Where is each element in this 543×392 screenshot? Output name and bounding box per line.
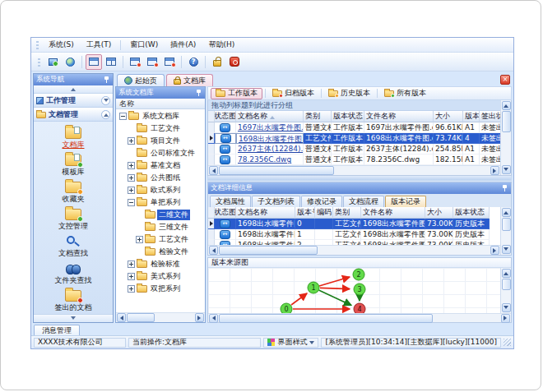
tree-node[interactable]: 工艺文件 [116, 233, 205, 246]
nav-item-favorites[interactable]: 收藏夹 [63, 182, 85, 205]
expand-expander[interactable] [128, 285, 135, 293]
table-row-selected[interactable]: ↔ 1698出水嘴零件图.dwg 工艺文件 工作版本 1698出水嘴零件图.dw… [208, 133, 500, 144]
tree-node[interactable]: 公司标准文件 [116, 147, 205, 159]
tree-node[interactable]: 双把系列 [116, 283, 205, 295]
tree-node[interactable]: 美式系列 [116, 270, 205, 283]
tree-node[interactable]: 检验文件 [116, 246, 205, 258]
menu-tools[interactable]: 工具(T) [81, 39, 118, 51]
tab-doc-flow[interactable]: 文档流程 [343, 196, 384, 207]
tab-document-library[interactable]: 文档库 [166, 74, 213, 86]
horizontal-splitter[interactable] [207, 176, 512, 181]
column-header[interactable]: 版本号 [463, 111, 480, 122]
version-graph-canvas[interactable]: 0 1 2 3 4 [208, 268, 500, 313]
collapse-expander[interactable] [119, 113, 127, 120]
nav-item-doc-control[interactable]: 文控管理 [58, 209, 88, 232]
expand-expander[interactable] [128, 187, 135, 194]
column-header[interactable]: 状态图 [215, 207, 236, 219]
tree-node[interactable]: 基准文档 [116, 159, 205, 172]
expand-expander[interactable] [128, 261, 135, 268]
scroll-left-button[interactable] [209, 166, 218, 175]
nav-group-work[interactable]: 工作管理 [34, 94, 113, 108]
interface-style-button[interactable]: 界面样式 [263, 338, 318, 348]
table-row[interactable]: ↔ 1698出水嘴零件图.dwg 1 工艺文件 1698出水嘴零件图.dwg 7… [208, 229, 500, 240]
tree-column-header[interactable]: 名称 [116, 99, 205, 109]
column-header[interactable]: 大小 [434, 111, 463, 122]
close-window-button[interactable] [127, 54, 143, 70]
close-tab-button[interactable]: × [500, 75, 510, 85]
scroll-up-button[interactable] [502, 269, 511, 278]
group-by-bar[interactable]: 拖动列标题到此进行分组 [208, 100, 500, 111]
tile-windows-button[interactable] [103, 54, 119, 70]
tab-subdoc-list[interactable]: 子文档列表 [252, 196, 300, 207]
tree-node[interactable]: 系统文档库 [116, 110, 205, 122]
scroll-thumb[interactable] [219, 246, 318, 255]
close-others-button[interactable] [161, 54, 178, 70]
scroll-thumb[interactable] [127, 313, 155, 322]
tab-version-record[interactable]: 版本记录 [385, 196, 426, 207]
scroll-thumb[interactable] [219, 314, 433, 323]
nav-group-document[interactable]: 文档管理 [34, 108, 113, 122]
expand-button[interactable] [101, 96, 110, 105]
message-management-tab[interactable]: 消息管理 [34, 325, 80, 335]
tree-node[interactable]: 工艺文件 [116, 122, 205, 135]
expand-expander[interactable] [128, 174, 135, 182]
scroll-thumb[interactable] [502, 279, 511, 290]
column-header[interactable]: 文件名称 [361, 207, 425, 219]
pin-icon[interactable] [501, 185, 508, 192]
nav-item-doc-search[interactable]: 文档查找 [58, 236, 88, 259]
exit-button[interactable] [226, 54, 243, 70]
expand-expander[interactable] [128, 273, 135, 280]
expand-expander[interactable] [136, 236, 143, 243]
scroll-down-button[interactable] [502, 303, 511, 312]
column-header[interactable]: 文档名称 [236, 207, 295, 219]
expand-expander[interactable] [128, 162, 135, 169]
grid-vertical-scrollbar[interactable] [500, 100, 511, 175]
tree-node[interactable]: 检验标准 [116, 258, 205, 270]
scroll-up-button[interactable] [502, 208, 511, 217]
nav-item-document-library[interactable]: 文档库 [63, 127, 85, 150]
column-header[interactable]: 类别 [304, 111, 332, 122]
graph-horizontal-scrollbar[interactable] [208, 313, 511, 322]
column-header[interactable]: 版本号 [295, 207, 315, 219]
scroll-right-button[interactable] [490, 166, 499, 175]
scroll-thumb[interactable] [502, 111, 511, 132]
sync-screen-button[interactable] [44, 54, 61, 70]
help-button[interactable]: ? [185, 54, 202, 70]
all-versions-button[interactable]: 所有版本 [380, 88, 430, 99]
tab-modify-record[interactable]: 修改记录 [301, 196, 342, 207]
column-header[interactable]: 文档名称 [236, 111, 304, 122]
detail-horizontal-scrollbar[interactable] [208, 245, 500, 255]
graph-vertical-scrollbar[interactable] [500, 268, 511, 313]
table-row[interactable]: ↔ 2637主体(12284).dwg 普通文档 工作版本 2637主体(122… [208, 144, 500, 154]
collapse-expander[interactable] [128, 199, 135, 206]
scroll-thumb[interactable] [502, 218, 511, 231]
web-button[interactable] [62, 54, 78, 70]
menu-system[interactable]: 系统(S) [43, 39, 80, 51]
scroll-left-button[interactable] [209, 246, 218, 255]
menu-help[interactable]: 帮助(H) [202, 39, 240, 51]
tab-start-page[interactable]: 起始页 [117, 74, 165, 86]
scroll-down-button[interactable] [502, 165, 511, 174]
tree-node-selected[interactable]: 二维文件 [116, 209, 205, 221]
lock-button[interactable] [209, 54, 225, 70]
pin-icon[interactable] [103, 76, 110, 84]
menu-plugins[interactable]: 插件(A) [165, 39, 202, 51]
scroll-left-button[interactable] [117, 313, 126, 322]
tab-doc-properties[interactable]: 文档属性 [210, 196, 251, 207]
grid-horizontal-scrollbar[interactable] [208, 165, 500, 175]
column-header[interactable]: 大小 [425, 207, 453, 219]
nav-item-checked-out[interactable]: 签出的文档 [55, 290, 92, 313]
working-version-button[interactable]: 工作版本 [211, 88, 262, 99]
column-header[interactable]: 版本状态 [453, 207, 490, 219]
table-row[interactable]: ↔ 78.2356C.dwg 普通文档 工作版本 78.2356C.dwg 18… [208, 154, 500, 165]
column-header[interactable]: 版本状态 [332, 111, 364, 122]
tree-node[interactable]: 单把系列 [116, 196, 205, 209]
scroll-right-button[interactable] [501, 314, 510, 323]
scroll-down-button[interactable] [502, 245, 511, 254]
scroll-up-button[interactable] [502, 101, 511, 110]
expand-expander[interactable] [128, 137, 135, 145]
collapse-button[interactable] [101, 110, 110, 119]
tree-node[interactable]: 三维文件 [116, 221, 205, 233]
nav-item-folder-search[interactable]: 文件夹查找 [55, 263, 92, 286]
new-window-button[interactable] [86, 54, 102, 70]
